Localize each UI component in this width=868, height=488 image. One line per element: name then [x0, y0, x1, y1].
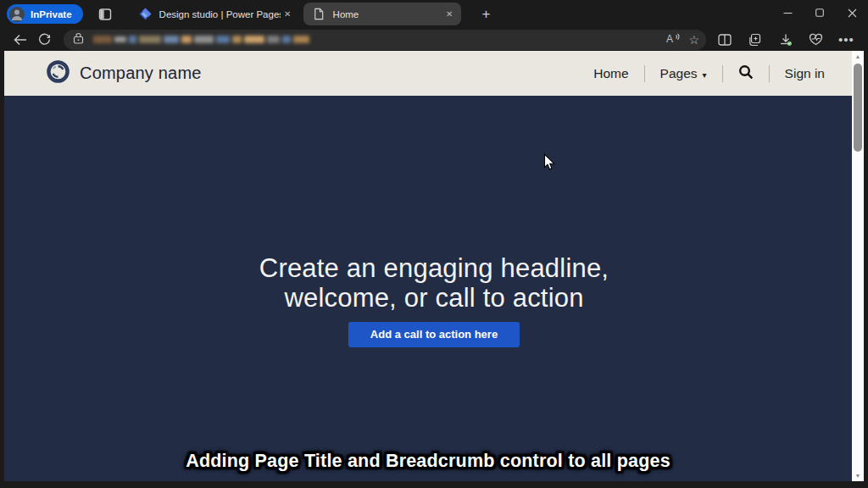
- window-maximize-button[interactable]: [804, 0, 836, 25]
- scrollbar-down-icon[interactable]: ▼: [852, 473, 864, 479]
- nav-pages-dropdown[interactable]: Pages▾: [659, 63, 709, 85]
- video-caption-container: Adding Page Title and Breadcrumb control…: [4, 451, 852, 472]
- company-logo-icon: [47, 60, 70, 86]
- settings-more-icon[interactable]: •••: [834, 29, 859, 50]
- scrollbar-up-icon[interactable]: ▲: [852, 53, 864, 59]
- page-document-icon: [313, 8, 326, 20]
- video-caption-text: Adding Page Title and Breadcrumb control…: [186, 451, 670, 471]
- split-screen-icon[interactable]: [712, 29, 737, 50]
- refresh-icon[interactable]: [32, 30, 57, 50]
- search-icon: [738, 64, 754, 83]
- back-icon[interactable]: [8, 30, 32, 50]
- company-name: Company name: [80, 64, 202, 83]
- browser-essentials-icon[interactable]: [804, 29, 828, 50]
- hero-section: Create an engaging headline, welcome, or…: [4, 96, 864, 347]
- chevron-down-icon: ▾: [703, 70, 707, 80]
- lock-icon: [73, 32, 84, 47]
- tab-design-studio[interactable]: Design studio | Power Pages ✕: [130, 3, 299, 25]
- downloads-icon[interactable]: [773, 29, 798, 50]
- tab-title: Design studio | Power Pages: [159, 9, 281, 19]
- scrollbar-thumb[interactable]: [854, 64, 862, 152]
- tab-home[interactable]: Home ✕: [303, 3, 461, 25]
- window-controls: [771, 0, 868, 25]
- window-close-button[interactable]: [836, 0, 868, 25]
- inprivate-label: InPrivate: [31, 9, 72, 19]
- hero-headline: Create an engaging headline, welcome, or…: [4, 253, 864, 313]
- favorite-star-icon[interactable]: ☆: [688, 34, 699, 46]
- nav-divider: [644, 65, 645, 82]
- nav-divider: [769, 65, 770, 82]
- call-to-action-button[interactable]: Add a call to action here: [348, 322, 520, 347]
- page-scrollbar[interactable]: ▲ ▼: [852, 51, 864, 481]
- tab-close-icon[interactable]: ✕: [281, 7, 295, 21]
- webpage-viewport: Company name Home Pages▾ Sign in Create …: [4, 51, 864, 481]
- tab-title: Home: [333, 9, 442, 19]
- site-header: Company name Home Pages▾ Sign in: [4, 51, 864, 96]
- browser-tab-strip: InPrivate Design studio | Power Pages ✕ …: [0, 0, 868, 28]
- inprivate-badge[interactable]: InPrivate: [7, 4, 83, 24]
- address-url-redacted: [93, 36, 309, 43]
- nav-divider: [722, 65, 723, 82]
- read-aloud-icon[interactable]: A: [666, 32, 681, 47]
- svg-text:A: A: [666, 33, 673, 44]
- site-brand[interactable]: Company name: [47, 60, 202, 86]
- browser-toolbar: A ☆ •••: [0, 28, 868, 51]
- nav-sign-in-link[interactable]: Sign in: [783, 63, 826, 85]
- headline-line-1: Create an engaging headline,: [4, 253, 864, 283]
- power-pages-icon: [139, 8, 152, 20]
- profile-avatar-icon: [9, 7, 25, 22]
- tab-actions-menu-icon[interactable]: [94, 3, 116, 25]
- window-minimize-button[interactable]: [771, 0, 804, 25]
- collections-icon[interactable]: [743, 29, 767, 50]
- new-tab-button[interactable]: +: [476, 3, 498, 25]
- nav-home-link[interactable]: Home: [592, 63, 630, 85]
- nav-search-button[interactable]: [737, 61, 755, 86]
- tab-close-icon[interactable]: ✕: [442, 7, 457, 21]
- headline-line-2: welcome, or call to action: [4, 283, 864, 313]
- site-nav: Home Pages▾ Sign in: [592, 61, 826, 86]
- address-bar[interactable]: A ☆: [64, 30, 706, 50]
- toolbar-icons: •••: [712, 29, 859, 50]
